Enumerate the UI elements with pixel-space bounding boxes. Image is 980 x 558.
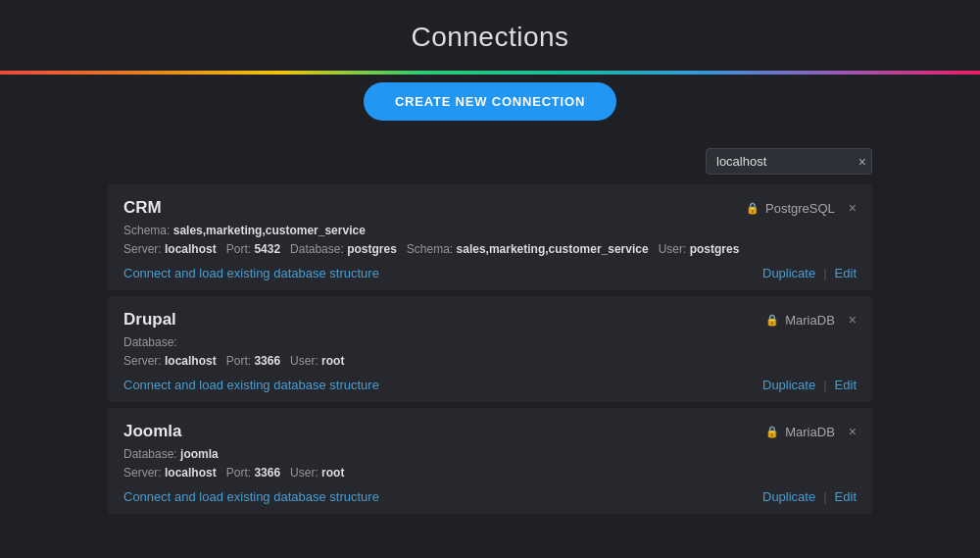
page-title: Connections <box>0 0 980 53</box>
connect-link[interactable]: Connect and load existing database struc… <box>123 378 379 392</box>
card-footer: Connect and load existing database struc… <box>123 489 857 504</box>
search-row: × <box>108 148 872 175</box>
card-db-type: 🔒 MariaDB × <box>765 424 857 439</box>
connect-link[interactable]: Connect and load existing database struc… <box>123 266 379 280</box>
duplicate-link[interactable]: Duplicate <box>762 378 815 392</box>
card-actions: Duplicate | Edit <box>762 489 857 504</box>
search-wrapper: × <box>706 148 872 175</box>
db-type-label: PostgreSQL <box>765 201 835 216</box>
card-actions: Duplicate | Edit <box>762 378 857 392</box>
card-actions: Duplicate | Edit <box>762 266 857 280</box>
card-schema: Schema: sales,marketing,customer_service <box>123 224 857 237</box>
duplicate-link[interactable]: Duplicate <box>762 489 815 504</box>
card-db-type: 🔒 PostgreSQL × <box>746 200 857 216</box>
close-icon[interactable]: × <box>849 200 857 216</box>
card-db-type: 🔒 MariaDB × <box>765 312 857 328</box>
card-name: Drupal <box>123 310 176 330</box>
card-schema: Database: joomla <box>123 447 857 461</box>
action-separator: | <box>823 378 826 392</box>
card-schema: Database: <box>123 335 857 349</box>
db-type-label: MariaDB <box>785 313 835 328</box>
db-type-label: MariaDB <box>785 425 835 439</box>
card-header: Joomla 🔒 MariaDB × <box>123 422 857 441</box>
close-icon[interactable]: × <box>849 312 857 328</box>
connection-card-crm: CRM 🔒 PostgreSQL × Schema: sales,marketi… <box>108 184 872 290</box>
card-details: Server: localhost Port: 3366 User: root <box>123 352 857 370</box>
card-details: Server: localhost Port: 5432 Database: p… <box>123 240 857 258</box>
edit-link[interactable]: Edit <box>835 489 857 504</box>
connection-card-drupal: Drupal 🔒 MariaDB × Database: Server: loc… <box>108 296 872 402</box>
connect-link[interactable]: Connect and load existing database struc… <box>123 489 379 504</box>
card-header: CRM 🔒 PostgreSQL × <box>123 198 857 218</box>
search-input[interactable] <box>706 148 872 175</box>
card-footer: Connect and load existing database struc… <box>123 378 857 392</box>
search-clear-button[interactable]: × <box>858 155 866 169</box>
edit-link[interactable]: Edit <box>835 266 857 280</box>
duplicate-link[interactable]: Duplicate <box>762 266 815 280</box>
content-area: CREATE NEW CONNECTION × CRM 🔒 PostgreSQL… <box>0 82 980 514</box>
lock-icon: 🔒 <box>765 314 779 327</box>
connection-card-joomla: Joomla 🔒 MariaDB × Database: joomla Serv… <box>108 408 872 514</box>
create-connection-button[interactable]: CREATE NEW CONNECTION <box>364 82 616 121</box>
card-header: Drupal 🔒 MariaDB × <box>123 310 857 330</box>
card-name: CRM <box>123 198 162 218</box>
card-name: Joomla <box>123 422 182 441</box>
rainbow-bar <box>0 71 980 75</box>
close-icon[interactable]: × <box>849 424 857 439</box>
connections-list: CRM 🔒 PostgreSQL × Schema: sales,marketi… <box>108 184 872 514</box>
lock-icon: 🔒 <box>765 426 779 438</box>
card-details: Server: localhost Port: 3366 User: root <box>123 464 857 482</box>
action-separator: | <box>823 489 826 504</box>
card-footer: Connect and load existing database struc… <box>123 266 857 280</box>
edit-link[interactable]: Edit <box>835 378 857 392</box>
action-separator: | <box>823 266 826 280</box>
lock-icon: 🔒 <box>746 202 760 215</box>
